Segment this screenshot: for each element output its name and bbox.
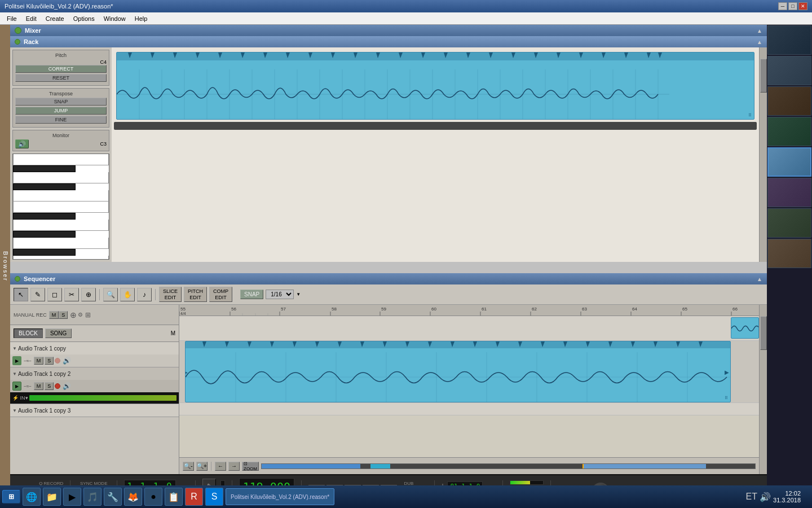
- thumbnail-6[interactable]: [767, 178, 811, 207]
- taskbar-icon-ie[interactable]: 🌐: [23, 488, 41, 506]
- rack-scrollbar[interactable]: [759, 47, 767, 262]
- jump-button[interactable]: JUMP: [15, 107, 107, 115]
- minimize-button[interactable]: ─: [778, 2, 787, 10]
- menu-create[interactable]: Create: [41, 14, 69, 23]
- track-2-expand[interactable]: ▼: [12, 371, 17, 376]
- zoom-fit-button[interactable]: ⊡ZOOM: [242, 462, 259, 471]
- master-mute-button[interactable]: M: [49, 311, 59, 319]
- eraser-tool-button[interactable]: ◻: [47, 288, 62, 301]
- taskbar-icon-skype[interactable]: S: [205, 488, 223, 506]
- zoom-out-button[interactable]: 🔍-: [183, 462, 194, 471]
- position-scroll-thumb[interactable]: [582, 464, 584, 468]
- menu-edit[interactable]: Edit: [21, 14, 41, 23]
- piano-key-black[interactable]: [13, 213, 76, 220]
- pitch-edit-button[interactable]: PITCH EDIT: [184, 287, 207, 303]
- browser-sidebar[interactable]: Browser: [0, 25, 10, 508]
- comp-edit-button[interactable]: COMP EDIT: [209, 287, 232, 303]
- reset-button[interactable]: RESET: [15, 74, 107, 82]
- piano-key-white[interactable]: [13, 256, 109, 260]
- zoom-left-button[interactable]: ←: [215, 462, 226, 471]
- track-1-expand[interactable]: ▼: [12, 346, 17, 351]
- sequencer-collapse-icon[interactable]: ▲: [757, 276, 762, 282]
- thumbnail-8[interactable]: [767, 239, 811, 268]
- rack-collapse-icon[interactable]: ▲: [757, 39, 762, 45]
- snap-dropdown-icon[interactable]: ▼: [296, 292, 301, 297]
- song-button[interactable]: SONG: [45, 329, 72, 338]
- track-1-volume-icon[interactable]: 🔊: [63, 357, 71, 365]
- thumbnail-5-selected[interactable]: [767, 147, 811, 177]
- menu-help[interactable]: Help: [130, 14, 152, 23]
- menu-window[interactable]: Window: [99, 14, 130, 23]
- rack-scrollbar-thumb[interactable]: [760, 59, 767, 93]
- scissors-tool-button[interactable]: ✂: [64, 288, 79, 301]
- close-button[interactable]: ✕: [798, 2, 807, 10]
- piano-key-white[interactable]: [13, 190, 109, 202]
- menu-file[interactable]: File: [2, 14, 21, 23]
- clip-resize-handle-2[interactable]: ⠿: [725, 396, 728, 401]
- taskbar-icon-5[interactable]: 🎵: [83, 488, 102, 506]
- taskbar-icon-folder[interactable]: 📁: [43, 488, 61, 506]
- menu-options[interactable]: Options: [69, 14, 99, 23]
- position-scroll-bar[interactable]: [261, 463, 756, 469]
- taskbar-icon-7[interactable]: 🦊: [124, 488, 142, 506]
- sequencer-power-dot[interactable]: [15, 276, 20, 282]
- block-button[interactable]: BLOCK: [14, 329, 43, 338]
- seq-scrollbar[interactable]: [759, 305, 767, 474]
- piano-key-white[interactable]: [13, 172, 109, 183]
- track-3-expand[interactable]: ▼: [12, 408, 17, 413]
- track-2-icon[interactable]: ▶: [12, 382, 21, 391]
- mixer-collapse-icon[interactable]: ▲: [757, 28, 762, 34]
- snap-button[interactable]: SNAP: [15, 98, 107, 106]
- speaker-tool-button[interactable]: ♪: [137, 288, 152, 301]
- slice-edit-button[interactable]: SLICE EDIT: [159, 287, 182, 303]
- snap-button[interactable]: SNAP: [240, 290, 263, 299]
- taskbar-icon-9[interactable]: 📋: [165, 488, 183, 506]
- select-tool-button[interactable]: ↖: [14, 288, 28, 301]
- top-audio-clip[interactable]: ⠿: [116, 52, 754, 120]
- track-2-in-label[interactable]: ⚡ IN▾: [12, 395, 28, 401]
- taskbar-icon-6[interactable]: 🔧: [104, 488, 122, 506]
- zoom-in-button[interactable]: 🔍+: [196, 462, 208, 471]
- track-2-solo-button[interactable]: S: [45, 382, 54, 390]
- taskbar-icon-mediaplayer[interactable]: ▶: [63, 488, 81, 506]
- track-1-mute-button[interactable]: M: [34, 357, 44, 365]
- piano-key-black[interactable]: [13, 231, 76, 238]
- zoom-tool-button[interactable]: 🔍: [103, 288, 118, 301]
- piano-key-white[interactable]: [13, 220, 109, 231]
- track-2-mute-button[interactable]: M: [34, 382, 44, 390]
- piano-key-black[interactable]: [13, 183, 76, 190]
- monitor-icon[interactable]: 🔊: [15, 139, 29, 148]
- thumbnail-7[interactable]: [767, 208, 811, 238]
- thumbnail-2[interactable]: [767, 56, 811, 85]
- track-2-audio-clip[interactable]: ▶: [185, 341, 731, 402]
- piano-key-white[interactable]: [13, 154, 109, 165]
- thumbnail-3[interactable]: [767, 86, 811, 116]
- pencil-tool-button[interactable]: ✎: [30, 288, 45, 301]
- correct-button[interactable]: CORRECT: [15, 65, 107, 73]
- track-2-volume-icon[interactable]: 🔊: [63, 382, 71, 390]
- track-1-small-clip[interactable]: [731, 317, 759, 339]
- thumbnail-1[interactable]: [767, 25, 811, 55]
- piano-key-black[interactable]: [13, 165, 76, 172]
- master-solo-button[interactable]: S: [59, 311, 68, 319]
- track-options-icon[interactable]: ⚙: [78, 312, 83, 318]
- fine-button[interactable]: FINE: [15, 116, 107, 124]
- maximize-button[interactable]: □: [788, 2, 797, 10]
- track-layout-icon[interactable]: ⊞: [85, 311, 91, 319]
- add-track-icon[interactable]: ⊕: [70, 310, 77, 319]
- taskbar-active-app[interactable]: Politsei Kiluvõileib_Vol.2 (ADV).reason*: [226, 488, 334, 505]
- snap-value-select[interactable]: 1/16 1/8 1/4 1/2 1: [266, 290, 294, 299]
- track-2-rec-indicator[interactable]: [55, 383, 60, 389]
- clip-resize-handle[interactable]: ⠿: [748, 113, 752, 118]
- seq-scrollbar-thumb[interactable]: [760, 316, 767, 350]
- taskbar-icon-chrome[interactable]: ●: [144, 488, 162, 506]
- systray-volume-icon[interactable]: 🔊: [760, 492, 771, 502]
- piano-key-white[interactable]: [13, 238, 109, 249]
- track-1-solo-button[interactable]: S: [45, 357, 54, 365]
- rack-power-dot[interactable]: [15, 39, 20, 45]
- magnet-tool-button[interactable]: ⊕: [81, 288, 96, 301]
- zoom-right-button[interactable]: →: [228, 462, 240, 471]
- hand-tool-button[interactable]: ✋: [120, 288, 135, 301]
- piano-key-white[interactable]: [13, 202, 109, 213]
- thumbnail-4[interactable]: [767, 117, 811, 146]
